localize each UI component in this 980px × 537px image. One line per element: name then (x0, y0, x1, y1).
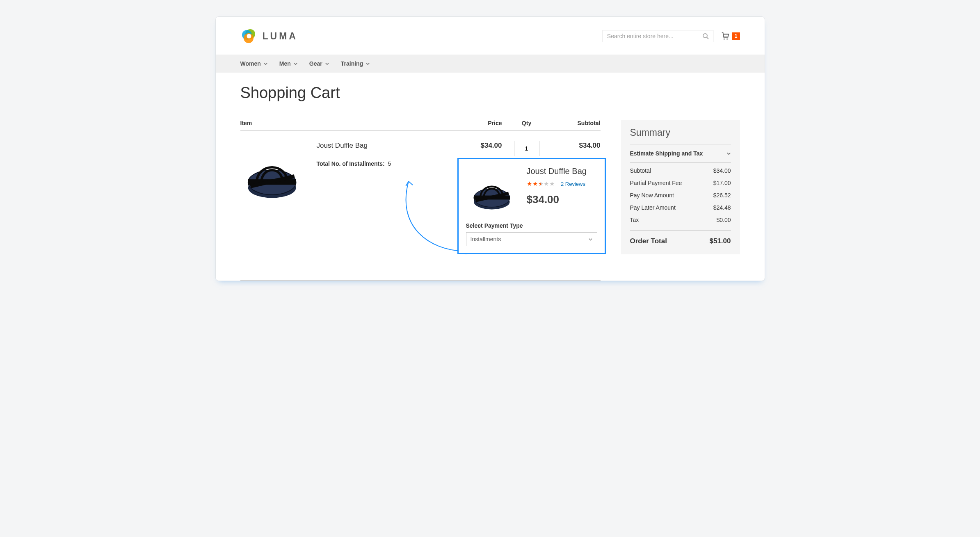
qty-input[interactable] (514, 141, 539, 156)
luma-logo-icon (240, 27, 258, 45)
chevron-down-icon (293, 62, 298, 66)
rating-row: ★★★★★★ 2 Reviews (527, 180, 587, 187)
summary-line-value: $17.00 (713, 180, 731, 186)
svg-point-7 (726, 39, 728, 40)
summary-line-label: Pay Now Amount (630, 192, 674, 199)
chevron-down-icon (726, 151, 731, 156)
col-header-price: Price (449, 120, 502, 126)
search-box[interactable] (603, 30, 713, 42)
chevron-down-icon (263, 62, 268, 66)
installments-label: Total No. of Installments: (317, 160, 385, 167)
popover-price: $34.00 (527, 193, 587, 206)
summary-line: Pay Now Amount $26.52 (630, 189, 731, 201)
summary-title: Summary (630, 127, 731, 138)
cart-table: Item Price Qty Subtotal (240, 120, 601, 281)
logo[interactable]: LUMA (240, 27, 298, 45)
cart-item: Joust Duffle Bag Total No. of Installmen… (240, 141, 449, 206)
summary-lines: Subtotal $34.00 Partial Payment Fee $17.… (630, 163, 731, 230)
main-nav: Women Men Gear Training (216, 55, 765, 73)
product-image (240, 141, 306, 206)
nav-item-men[interactable]: Men (279, 55, 298, 73)
page-header: LUMA 1 (240, 25, 740, 55)
summary-line: Subtotal $34.00 (630, 165, 731, 177)
summary-line-label: Tax (630, 217, 639, 223)
nav-label: Men (279, 60, 291, 67)
col-header-qty: Qty (502, 120, 551, 126)
summary-line-value: $26.52 (713, 192, 731, 199)
chevron-down-icon (366, 62, 370, 66)
chevron-down-icon (588, 237, 593, 242)
svg-point-3 (247, 34, 251, 39)
page-title: Shopping Cart (240, 84, 740, 102)
order-total-value: $51.00 (710, 237, 731, 245)
summary-total: Order Total $51.00 (630, 231, 731, 245)
product-name[interactable]: Joust Duffle Bag (317, 142, 391, 150)
summary-line-value: $24.48 (713, 204, 731, 211)
nav-label: Training (341, 60, 363, 67)
installments-value: 5 (388, 160, 391, 167)
logo-text: LUMA (263, 31, 298, 42)
minicart[interactable]: 1 (721, 32, 740, 41)
nav-label: Gear (309, 60, 322, 67)
summary-line: Pay Later Amount $24.48 (630, 201, 731, 214)
reviews-link[interactable]: 2 Reviews (561, 181, 585, 187)
cart-icon (721, 32, 730, 41)
search-input[interactable] (607, 33, 702, 39)
cart-item-info: Joust Duffle Bag Total No. of Installmen… (317, 141, 391, 167)
page-frame: LUMA 1 W (215, 16, 765, 281)
summary-line: Tax $0.00 (630, 214, 731, 226)
nav-item-gear[interactable]: Gear (309, 55, 329, 73)
cart-table-header: Item Price Qty Subtotal (240, 120, 601, 131)
order-total-label: Order Total (630, 237, 667, 245)
col-header-item: Item (240, 120, 449, 126)
installments-line: Total No. of Installments: 5 (317, 160, 391, 167)
estimate-shipping-toggle[interactable]: Estimate Shipping and Tax (630, 144, 731, 162)
popover-product-name[interactable]: Joust Duffle Bag (527, 167, 587, 176)
popover-info: Joust Duffle Bag ★★★★★★ 2 Reviews $34.00 (527, 167, 587, 206)
product-popover: Joust Duffle Bag ★★★★★★ 2 Reviews $34.00… (457, 158, 606, 254)
cart-divider (240, 280, 601, 281)
summary-panel: Summary Estimate Shipping and Tax Subtot… (621, 120, 740, 254)
chevron-down-icon (325, 62, 329, 66)
cart-count-badge: 1 (732, 32, 740, 40)
summary-line-label: Partial Payment Fee (630, 180, 682, 186)
summary-line-value: $0.00 (716, 217, 731, 223)
summary-line-label: Subtotal (630, 167, 651, 174)
summary-line-label: Pay Later Amount (630, 204, 676, 211)
payment-type-label: Select Payment Type (466, 222, 597, 229)
search-icon (702, 33, 709, 39)
col-header-subtotal: Subtotal (551, 120, 601, 126)
svg-line-5 (707, 37, 708, 39)
select-value: Installments (471, 236, 501, 242)
header-right: 1 (603, 30, 740, 42)
svg-point-6 (724, 39, 725, 40)
estimate-label: Estimate Shipping and Tax (630, 150, 703, 157)
nav-item-training[interactable]: Training (341, 55, 370, 73)
nav-item-women[interactable]: Women (240, 55, 268, 73)
summary-line: Partial Payment Fee $17.00 (630, 177, 731, 189)
svg-point-4 (703, 34, 707, 38)
summary-line-value: $34.00 (713, 167, 731, 174)
star-rating-icon: ★★★★★★ (527, 180, 555, 187)
content: Item Price Qty Subtotal (240, 120, 740, 281)
payment-type-select[interactable]: Installments (466, 232, 597, 246)
nav-label: Women (240, 60, 261, 67)
product-image (466, 167, 519, 216)
